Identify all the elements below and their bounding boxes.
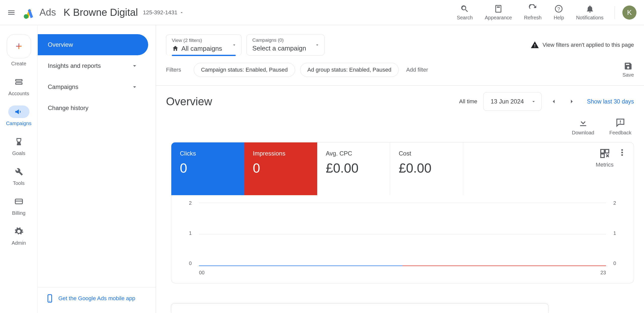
search-button[interactable]: Search xyxy=(451,4,479,21)
refresh-icon xyxy=(528,4,537,13)
overview-card: Clicks 0 Impressions 0 Avg. CPC £0.00 Co… xyxy=(171,142,634,283)
download-button[interactable]: Download xyxy=(572,117,594,136)
chevron-down-icon xyxy=(315,42,320,47)
rail-tools[interactable]: Tools xyxy=(0,165,37,186)
accounts-icon xyxy=(14,77,24,87)
account-id-dropdown[interactable]: 125-392-1431 xyxy=(143,9,184,16)
x-tick-start: 00 xyxy=(199,270,205,276)
campaign-selector-big: Select a campaign xyxy=(252,44,306,52)
notifications-button[interactable]: Notifications xyxy=(570,4,610,21)
metric-avgcpc-label: Avg. CPC xyxy=(326,150,381,157)
rail-goals[interactable]: Goals xyxy=(0,135,37,156)
appearance-icon xyxy=(494,4,503,13)
feedback-label: Feedback xyxy=(609,130,631,136)
refresh-button[interactable]: Refresh xyxy=(518,4,548,21)
svg-rect-2 xyxy=(497,7,500,8)
metric-cost[interactable]: Cost £0.00 xyxy=(390,142,463,195)
warning-icon xyxy=(531,41,539,49)
date-next-button[interactable] xyxy=(566,95,578,108)
nav-change-history[interactable]: Change history xyxy=(38,97,148,119)
rail-goals-label: Goals xyxy=(12,150,25,156)
avatar-initial: K xyxy=(627,9,632,17)
view-filter-selector[interactable]: View (2 filters) All campaigns xyxy=(166,34,242,56)
plus-icon xyxy=(14,41,24,51)
filter-chip-campaign-status[interactable]: Campaign status: Enabled, Paused xyxy=(194,63,295,77)
notifications-label: Notifications xyxy=(576,15,603,21)
metrics-button-label: Metrics xyxy=(596,162,614,168)
svg-rect-8 xyxy=(15,201,22,201)
svg-rect-5 xyxy=(16,80,22,81)
nav-campaigns[interactable]: Campaigns xyxy=(38,76,148,97)
svg-rect-15 xyxy=(601,154,604,158)
svg-point-10 xyxy=(50,301,50,301)
main-menu-button[interactable] xyxy=(5,6,18,19)
rail-billing[interactable]: Billing xyxy=(0,195,37,216)
campaign-selector-small: Campaigns (0) xyxy=(252,37,306,43)
svg-rect-6 xyxy=(16,83,22,84)
rail-create[interactable]: Create xyxy=(0,34,37,67)
campaign-selector[interactable]: Campaigns (0) Select a campaign xyxy=(247,34,325,56)
gear-icon xyxy=(14,227,24,236)
appearance-label: Appearance xyxy=(485,15,512,21)
nav-overview-label: Overview xyxy=(48,41,73,48)
top-actions: Search Appearance Refresh ? Help Notific… xyxy=(451,4,636,21)
svg-point-18 xyxy=(621,154,623,156)
chevron-down-icon xyxy=(179,10,184,15)
nav-insights[interactable]: Insights and reports xyxy=(38,55,148,76)
svg-rect-13 xyxy=(601,149,604,153)
rail-accounts-label: Accounts xyxy=(8,91,29,96)
date-value: 13 Jun 2024 xyxy=(491,98,524,105)
search-label: Search xyxy=(457,15,473,21)
metric-impressions-label: Impressions xyxy=(253,150,309,157)
rail-admin[interactable]: Admin xyxy=(0,225,37,246)
x-tick-end: 23 xyxy=(600,270,606,276)
refresh-label: Refresh xyxy=(524,15,542,21)
y-tick-right-0: 0 xyxy=(613,260,616,266)
mobile-icon xyxy=(45,294,54,303)
metric-impressions-value: 0 xyxy=(253,161,309,176)
rail-accounts[interactable]: Accounts xyxy=(0,76,37,96)
help-button[interactable]: ? Help xyxy=(548,4,570,21)
download-label: Download xyxy=(572,130,594,136)
metrics-button[interactable]: Metrics xyxy=(596,147,614,168)
svg-point-16 xyxy=(621,149,623,151)
save-icon xyxy=(624,62,633,71)
metric-clicks[interactable]: Clicks 0 xyxy=(171,142,244,195)
metric-row: Clicks 0 Impressions 0 Avg. CPC £0.00 Co… xyxy=(171,142,634,195)
date-picker[interactable]: 13 Jun 2024 xyxy=(483,92,542,111)
mobile-app-link[interactable]: Get the Google Ads mobile app xyxy=(58,295,135,302)
metric-impressions[interactable]: Impressions 0 xyxy=(244,142,317,195)
add-filter-input[interactable]: Add filter xyxy=(404,63,431,77)
more-options-button[interactable] xyxy=(617,147,627,158)
google-ads-logo[interactable]: Ads xyxy=(23,6,56,19)
view-filter-big: All campaigns xyxy=(181,45,222,53)
rail-tools-label: Tools xyxy=(13,180,25,186)
feedback-button[interactable]: Feedback xyxy=(609,117,631,136)
account-avatar[interactable]: K xyxy=(622,6,636,20)
account-name: K Browne Digital xyxy=(63,7,138,18)
save-button[interactable]: Save xyxy=(622,62,634,78)
metric-avgcpc-value: £0.00 xyxy=(326,161,381,176)
card-icon xyxy=(14,197,24,206)
filter-chip-adgroup-status[interactable]: Ad group status: Enabled, Paused xyxy=(300,63,399,77)
chevron-down-icon xyxy=(131,83,138,90)
ads-brand-text: Ads xyxy=(39,7,56,18)
help-icon: ? xyxy=(554,4,563,13)
show-last-30-days-link[interactable]: Show last 30 days xyxy=(587,98,634,105)
view-filter-small: View (2 filters) xyxy=(172,38,223,43)
warning-text: View filters aren't applied to this page xyxy=(543,42,634,48)
y-tick-right-1: 1 xyxy=(613,230,616,236)
rail-create-label: Create xyxy=(11,61,26,67)
nav-overview[interactable]: Overview xyxy=(38,34,148,55)
y-tick-right-2: 2 xyxy=(613,200,616,206)
appearance-button[interactable]: Appearance xyxy=(479,4,518,21)
date-prev-button[interactable] xyxy=(548,95,560,108)
svg-rect-14 xyxy=(605,149,609,153)
overview-chart: 2 1 0 2 1 0 00 23 xyxy=(171,195,634,283)
divider xyxy=(615,6,615,19)
rail-campaigns[interactable]: Campaigns xyxy=(0,106,37,126)
svg-rect-1 xyxy=(496,6,501,12)
metric-avgcpc[interactable]: Avg. CPC £0.00 xyxy=(317,142,390,195)
bottom-sheet[interactable] xyxy=(171,303,548,313)
secondary-nav: Overview Insights and reports Campaigns … xyxy=(38,25,156,313)
